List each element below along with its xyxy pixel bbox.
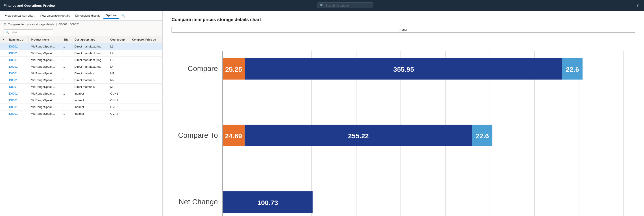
cell-site: 1: [61, 84, 72, 90]
cell-item-number[interactable]: D0001: [7, 43, 29, 50]
table-row[interactable]: D0001 MidRangeSpeak... 1 Direct manufact…: [0, 43, 162, 50]
cell-compare-price: [130, 90, 162, 97]
cell-product-name: MidRangeSpeak...: [29, 110, 61, 117]
table-row[interactable]: D0001 MidRangeSpeak... 1 Indirect OVH4: [0, 110, 162, 117]
cell-site: 1: [61, 97, 72, 104]
cell-item-number[interactable]: D0001: [7, 97, 29, 104]
cell-cost-group: M2: [108, 77, 130, 84]
filter-icon[interactable]: ▽: [4, 22, 6, 26]
cell-item-number[interactable]: D0001: [7, 70, 29, 77]
command-search-icon[interactable]: 🔍: [120, 12, 126, 19]
cell-item-number[interactable]: D0001: [7, 50, 29, 57]
svg-text:22.6: 22.6: [476, 132, 489, 140]
col-item-number[interactable]: Item nu... ▽: [7, 36, 29, 43]
cell-product-name: MidRangeSpeak...: [29, 104, 61, 110]
cell-item-number[interactable]: D0001: [7, 77, 29, 84]
cell-compare-price: [130, 104, 162, 110]
data-table: ✓ Item nu... ▽ Product name Site Cost gr…: [0, 36, 162, 117]
cell-item-number[interactable]: D0001: [7, 57, 29, 63]
breadcrumb-id: D0001 : 000021: [59, 23, 80, 26]
cell-cost-group-type: Indirect: [72, 97, 108, 104]
breadcrumb-bar: ▽ Compare item prices storage details | …: [0, 21, 162, 28]
cell-site: 1: [61, 63, 72, 70]
table-row[interactable]: D0001 MidRangeSpeak... 1 Direct material…: [0, 70, 162, 77]
table-row[interactable]: D0001 MidRangeSpeak... 1 Direct manufact…: [0, 57, 162, 63]
cell-site: 1: [61, 104, 72, 110]
cell-cost-group-type: Direct manufacturing: [72, 57, 108, 63]
table-row[interactable]: D0001 MidRangeSpeak... 1 Direct manufact…: [0, 63, 162, 70]
search-icon: 🔍: [320, 3, 324, 7]
cell-item-number[interactable]: D0001: [7, 90, 29, 97]
cell-check: [0, 43, 7, 50]
svg-text:355.95: 355.95: [393, 66, 414, 73]
dimensions-display-button[interactable]: Dimensions display: [73, 12, 102, 18]
cell-check: [0, 97, 7, 104]
cell-compare-price: [130, 50, 162, 57]
svg-text:100.73: 100.73: [257, 199, 278, 206]
cell-cost-group: M3: [108, 84, 130, 90]
cell-cost-group-type: Direct manufacturing: [72, 50, 108, 57]
cell-compare-price: [130, 43, 162, 50]
svg-text:Net Change: Net Change: [179, 198, 218, 206]
cell-cost-group: L2: [108, 50, 130, 57]
col-site[interactable]: Site: [61, 36, 72, 43]
cell-product-name: MidRangeSpeak...: [29, 77, 61, 84]
table-row[interactable]: D0001 MidRangeSpeak... 1 Direct manufact…: [0, 50, 162, 57]
cell-cost-group-type: Direct manufacturing: [72, 63, 108, 70]
cell-item-number[interactable]: D0001: [7, 110, 29, 117]
table-row[interactable]: D0001 MidRangeSpeak... 1 Indirect OVH2: [0, 97, 162, 104]
cell-compare-price: [130, 110, 162, 117]
svg-text:22.6: 22.6: [566, 66, 579, 73]
col-cost-group[interactable]: Cost group: [108, 36, 130, 43]
cell-check: [0, 50, 7, 57]
bar-chart-svg: 050100150200250300350400450Compare25.253…: [172, 39, 635, 216]
table-row[interactable]: D0001 MidRangeSpeak... 1 Indirect OVH1: [0, 90, 162, 97]
cell-compare-price: [130, 63, 162, 70]
cell-compare-price: [130, 77, 162, 84]
table-row[interactable]: D0001 MidRangeSpeak... 1 Indirect OVH3: [0, 104, 162, 110]
cell-check: [0, 90, 7, 97]
breadcrumb-page-name: Compare item prices storage details: [8, 23, 54, 26]
cell-cost-group: OVH2: [108, 97, 130, 104]
cell-compare-price: [130, 57, 162, 63]
col-product-name[interactable]: Product name: [29, 36, 61, 43]
filter-input[interactable]: [10, 30, 46, 34]
table-row[interactable]: D0001 MidRangeSpeak... 1 Direct material…: [0, 77, 162, 84]
cell-site: 1: [61, 90, 72, 97]
cell-product-name: MidRangeSpeak...: [29, 57, 61, 63]
cell-site: 1: [61, 57, 72, 63]
filter-bar: 🔍: [0, 28, 162, 36]
cell-item-number[interactable]: D0001: [7, 104, 29, 110]
cell-product-name: MidRangeSpeak...: [29, 70, 61, 77]
table-header-row: ✓ Item nu... ▽ Product name Site Cost gr…: [0, 36, 162, 43]
app-title: Finance and Operations Preview: [4, 3, 56, 7]
col-compare-price-qty[interactable]: Compare: Price qu: [130, 36, 162, 43]
view-comparison-chart-button[interactable]: View comparison chart: [3, 12, 36, 18]
reset-button[interactable]: Reset: [172, 27, 635, 33]
view-calculation-details-button[interactable]: View calculation details: [38, 12, 72, 18]
cell-check: [0, 70, 7, 77]
col-cost-group-type[interactable]: Cost group type: [72, 36, 108, 43]
filter-search-icon: 🔍: [6, 30, 9, 34]
table-row[interactable]: D0001 MidRangeSpeak... 1 Direct material…: [0, 84, 162, 90]
options-button[interactable]: Options: [103, 12, 119, 19]
cell-cost-group-type: Indirect: [72, 110, 108, 117]
cell-cost-group-type: Indirect: [72, 104, 108, 110]
chart-title: Compare item prices storage details char…: [172, 17, 635, 22]
svg-text:24.89: 24.89: [225, 132, 242, 140]
svg-text:Compare To: Compare To: [178, 131, 218, 139]
left-panel: View comparison chart View calculation d…: [0, 11, 162, 216]
search-input[interactable]: [326, 4, 370, 7]
filter-input-wrap[interactable]: 🔍: [4, 29, 53, 35]
cell-product-name: MidRangeSpeak...: [29, 97, 61, 104]
cell-item-number[interactable]: D0001: [7, 63, 29, 70]
chart-svg-area: 050100150200250300350400450Compare25.253…: [172, 39, 635, 216]
cell-cost-group: L1: [108, 43, 130, 50]
chart-container: 050100150200250300350400450Compare25.253…: [172, 39, 635, 216]
search-box[interactable]: 🔍: [318, 2, 373, 8]
cell-item-number[interactable]: D0001: [7, 84, 29, 90]
cell-compare-price: [130, 97, 162, 104]
cell-cost-group: OVH3: [108, 104, 130, 110]
col-check: ✓: [0, 36, 7, 43]
help-icon[interactable]: ?: [635, 2, 640, 8]
